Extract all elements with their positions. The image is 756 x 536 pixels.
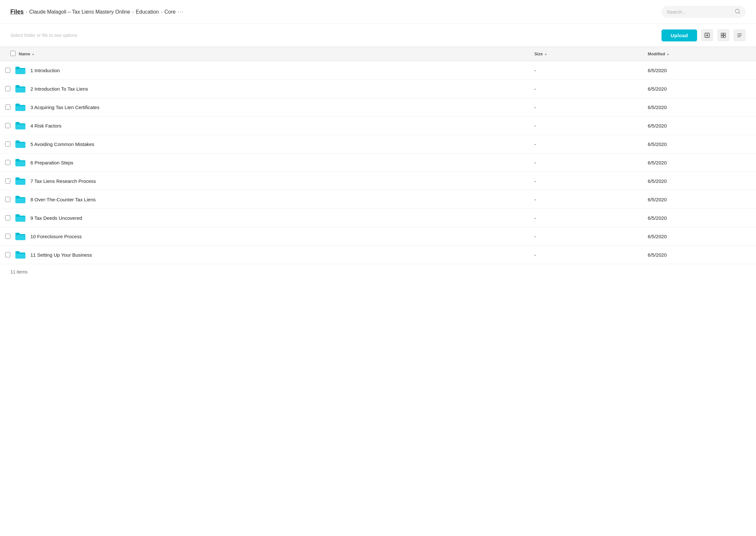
footer: 11 items (0, 264, 756, 280)
size-cell: - (529, 172, 642, 190)
col-size-label: Size (534, 51, 543, 56)
add-button[interactable] (701, 29, 713, 42)
item-count: 11 items (10, 269, 27, 275)
folder-icon (15, 232, 26, 241)
file-table: Name ▲ Size ▲ Modified ▲ (0, 47, 756, 264)
name-cell: 4 Risk Factors (0, 117, 529, 135)
table-row: 5 Avoiding Common Mistakes - 6/5/2020 (0, 135, 756, 153)
table-row: 11 Setting Up Your Business - 6/5/2020 (0, 246, 756, 264)
search-bar (662, 6, 746, 18)
name-cell: 8 Over-The-Counter Tax Liens (0, 190, 529, 209)
search-input[interactable] (667, 9, 732, 15)
name-cell: 1 Introduction (0, 61, 529, 80)
breadcrumb-parent2[interactable]: Education (136, 9, 159, 15)
folder-name[interactable]: 3 Acquiring Tax Lien Certificates (30, 105, 99, 110)
modified-cell: 6/5/2020 (643, 117, 756, 135)
row-checkbox[interactable] (5, 86, 10, 91)
table-row: 3 Acquiring Tax Lien Certificates - 6/5/… (0, 98, 756, 117)
folder-name[interactable]: 9 Tax Deeds Uncovered (30, 215, 82, 221)
name-cell: 11 Setting Up Your Business (0, 246, 529, 264)
toolbar-hint: Select folder or file to see options (10, 33, 77, 38)
folder-name[interactable]: 7 Tax Liens Research Process (30, 178, 96, 184)
size-cell: - (529, 153, 642, 172)
breadcrumb-parent1[interactable]: Claude Malagoli – Tax Liens Mastery Onli… (29, 9, 130, 15)
breadcrumb-more-options[interactable]: ··· (178, 9, 184, 15)
modified-cell: 6/5/2020 (643, 153, 756, 172)
modified-cell: 6/5/2020 (643, 172, 756, 190)
modified-cell: 6/5/2020 (643, 135, 756, 153)
row-checkbox[interactable] (5, 123, 10, 128)
size-cell: - (529, 135, 642, 153)
upload-button[interactable]: Upload (662, 29, 697, 42)
size-cell: - (529, 80, 642, 98)
breadcrumb-sep-1: › (25, 9, 27, 15)
size-sort-arrow[interactable]: ▲ (544, 52, 547, 56)
size-cell: - (529, 227, 642, 246)
size-cell: - (529, 61, 642, 80)
name-sort-arrow[interactable]: ▲ (31, 52, 35, 56)
folder-name[interactable]: 2 Introduction To Tax Liens (30, 86, 88, 92)
row-checkbox[interactable] (5, 215, 10, 220)
svg-rect-6 (724, 33, 726, 35)
row-checkbox[interactable] (5, 178, 10, 184)
modified-cell: 6/5/2020 (643, 227, 756, 246)
size-cell: - (529, 98, 642, 117)
folder-name[interactable]: 4 Risk Factors (30, 123, 61, 128)
size-cell: - (529, 209, 642, 227)
breadcrumb-sep-2: › (132, 9, 134, 15)
svg-line-1 (739, 12, 740, 13)
svg-rect-7 (721, 36, 723, 38)
row-checkbox[interactable] (5, 142, 10, 147)
folder-icon (15, 103, 26, 112)
header-name-col: Name ▲ (0, 47, 529, 61)
table-row: 9 Tax Deeds Uncovered - 6/5/2020 (0, 209, 756, 227)
name-cell: 6 Preparation Steps (0, 153, 529, 172)
folder-icon (15, 250, 26, 259)
header: Files › Claude Malagoli – Tax Liens Mast… (0, 0, 756, 24)
row-checkbox[interactable] (5, 234, 10, 239)
folder-icon (15, 84, 26, 93)
folder-icon (15, 140, 26, 149)
table-row: 6 Preparation Steps - 6/5/2020 (0, 153, 756, 172)
grid-view-button[interactable] (717, 29, 730, 42)
select-all-checkbox[interactable] (10, 51, 16, 56)
toolbar-actions: Upload (662, 29, 746, 42)
folder-icon (15, 158, 26, 167)
modified-cell: 6/5/2020 (643, 61, 756, 80)
breadcrumb-files[interactable]: Files (10, 8, 24, 15)
folder-name[interactable]: 1 Introduction (30, 68, 60, 73)
table-header-row: Name ▲ Size ▲ Modified ▲ (0, 47, 756, 61)
folder-icon (15, 195, 26, 204)
header-size-col: Size ▲ (529, 47, 642, 61)
breadcrumb: Files › Claude Malagoli – Tax Liens Mast… (10, 8, 184, 15)
folder-icon (15, 66, 26, 75)
row-checkbox[interactable] (5, 197, 10, 202)
row-checkbox[interactable] (5, 160, 10, 165)
folder-name[interactable]: 11 Setting Up Your Business (30, 252, 92, 258)
row-checkbox[interactable] (5, 105, 10, 110)
name-cell: 9 Tax Deeds Uncovered (0, 209, 529, 227)
folder-name[interactable]: 10 Foreclosure Process (30, 234, 82, 239)
folder-name[interactable]: 8 Over-The-Counter Tax Liens (30, 197, 95, 202)
modified-cell: 6/5/2020 (643, 190, 756, 209)
svg-rect-5 (721, 33, 723, 35)
modified-cell: 6/5/2020 (643, 98, 756, 117)
name-cell: 3 Acquiring Tax Lien Certificates (0, 98, 529, 117)
row-checkbox[interactable] (5, 252, 10, 257)
name-cell: 2 Introduction To Tax Liens (0, 80, 529, 98)
row-checkbox[interactable] (5, 68, 10, 73)
modified-sort-arrow[interactable]: ▲ (666, 52, 670, 56)
folder-icon (15, 213, 26, 222)
name-cell: 10 Foreclosure Process (0, 227, 529, 246)
table-row: 7 Tax Liens Research Process - 6/5/2020 (0, 172, 756, 190)
size-cell: - (529, 117, 642, 135)
folder-name[interactable]: 5 Avoiding Common Mistakes (30, 142, 94, 147)
search-icon (735, 8, 740, 15)
folder-icon (15, 121, 26, 130)
size-cell: - (529, 190, 642, 209)
name-cell: 7 Tax Liens Research Process (0, 172, 529, 190)
folder-name[interactable]: 6 Preparation Steps (30, 160, 74, 165)
modified-cell: 6/5/2020 (643, 246, 756, 264)
sort-button[interactable] (733, 29, 746, 42)
table-row: 8 Over-The-Counter Tax Liens - 6/5/2020 (0, 190, 756, 209)
